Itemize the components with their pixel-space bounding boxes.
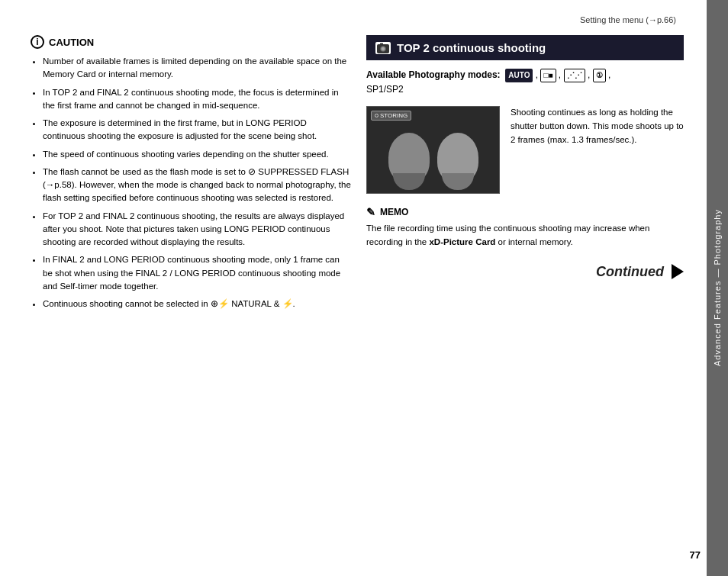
list-item: The flash cannot be used as the flash mo…	[43, 166, 351, 205]
page-container: Setting the menu (→p.66) i CAUTION Numbe…	[0, 0, 728, 576]
memo-section: ✎ MEMO The file recording time using the…	[366, 206, 684, 249]
section-title: TOP 2 continuous shooting	[397, 41, 546, 54]
memo-text: The file recording time using the contin…	[366, 222, 684, 249]
continued-text: Continued	[596, 264, 664, 280]
list-item: The exposure is determined in the first …	[43, 117, 351, 143]
continued-arrow-icon	[672, 264, 684, 279]
storing-label: STORING	[371, 111, 411, 121]
list-item: Number of available frames is limited de…	[43, 55, 351, 82]
modes-label: Available Photography modes:	[366, 69, 501, 80]
list-item: Continuous shooting cannot be selected i…	[43, 298, 351, 311]
left-column: i CAUTION Number of available frames is …	[31, 35, 351, 561]
list-item: For TOP 2 and FINAL 2 continuous shootin…	[43, 210, 351, 249]
memo-header: ✎ MEMO	[366, 206, 684, 218]
modes-line: Available Photography modes: AUTO , □■ ,…	[366, 68, 684, 97]
mode-badge-auto: AUTO	[505, 69, 533, 82]
page-header: Setting the menu (→p.66)	[31, 15, 684, 24]
xd-card-bold: xD-Picture Card	[429, 237, 495, 246]
mode-badge-portrait: □■	[540, 69, 556, 82]
continued-row: Continued	[366, 264, 684, 280]
section-description: Shooting continues as long as holding th…	[511, 106, 684, 194]
list-item: In FINAL 2 and LONG PERIOD continuous sh…	[43, 253, 351, 293]
main-content: Setting the menu (→p.66) i CAUTION Numbe…	[0, 0, 707, 576]
svg-rect-3	[380, 43, 383, 45]
mode-badge-scene: ⋰⋰	[564, 69, 585, 82]
side-tab: Advanced Features — Photography	[707, 0, 728, 576]
memo-icon: ✎	[366, 206, 375, 218]
memo-title: MEMO	[380, 207, 408, 217]
face-left	[388, 133, 430, 182]
storing-dot-icon	[375, 114, 378, 117]
photo-desc-row: STORING Shooting continues as long as ho…	[366, 106, 684, 194]
caution-icon: i	[31, 35, 44, 49]
caution-title: CAUTION	[49, 37, 94, 48]
mode-sp: SP1/SP2	[366, 84, 404, 95]
photo-preview: STORING	[366, 106, 500, 194]
page-number: 77	[690, 549, 701, 561]
caution-list: Number of available frames is limited de…	[31, 55, 351, 311]
mode-badge-circle: ①	[593, 69, 606, 82]
section-header: TOP 2 continuous shooting	[366, 35, 684, 60]
camera-icon	[375, 42, 391, 54]
svg-point-2	[382, 47, 385, 50]
list-item: In TOP 2 and FINAL 2 continuous shooting…	[43, 86, 351, 113]
face-right	[437, 133, 478, 182]
side-tab-text: Advanced Features — Photography	[713, 210, 722, 367]
two-column-layout: i CAUTION Number of available frames is …	[31, 35, 684, 561]
caution-header: i CAUTION	[31, 35, 351, 49]
list-item: The speed of continuous shooting varies …	[43, 148, 351, 161]
right-column: TOP 2 continuous shooting Available Phot…	[366, 35, 684, 561]
